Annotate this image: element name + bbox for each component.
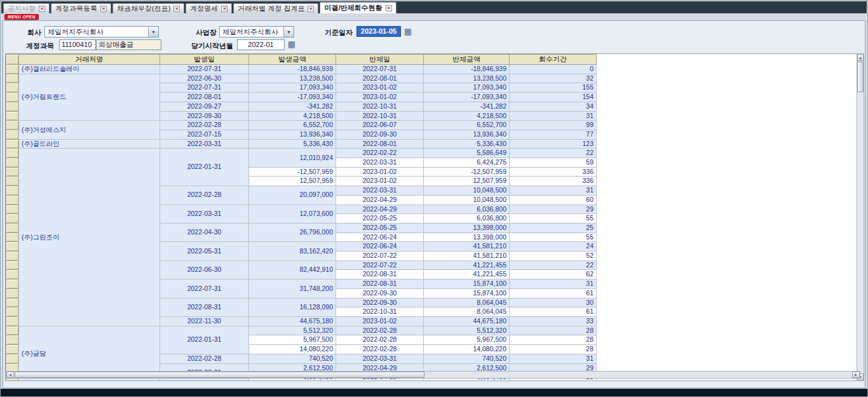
settle-date-cell[interactable]: 2022-09-30: [336, 298, 424, 307]
settle-date-cell[interactable]: 2023-01-02: [336, 93, 424, 102]
tab-close-icon[interactable]: ×: [308, 6, 314, 12]
settle-amount-cell[interactable]: 6,036,800: [424, 205, 510, 214]
row-selector[interactable]: [6, 195, 19, 205]
period-cell[interactable]: 61: [510, 288, 597, 298]
row-selector[interactable]: [6, 260, 19, 270]
horizontal-scroll-thumb[interactable]: [15, 372, 424, 378]
occur-amount-cell[interactable]: 20,097,000: [249, 186, 336, 205]
period-cell[interactable]: 28: [510, 335, 597, 345]
vertical-scroll-thumb[interactable]: [857, 62, 864, 92]
period-cell[interactable]: 52: [510, 252, 597, 261]
occur-date-cell[interactable]: 2022-02-28: [160, 354, 249, 363]
calendar-icon[interactable]: ▦: [287, 39, 296, 49]
row-selector[interactable]: [6, 252, 19, 261]
settle-date-cell[interactable]: 2022-04-29: [336, 195, 424, 205]
occur-amount-cell[interactable]: -17,093,340: [249, 93, 336, 102]
settle-amount-cell[interactable]: 5,336,430: [424, 139, 510, 149]
occur-date-cell[interactable]: 2022-05-31: [160, 242, 249, 260]
settle-amount-cell[interactable]: 44,675,180: [424, 316, 510, 326]
settle-date-cell[interactable]: 2022-02-28: [336, 335, 424, 345]
column-header[interactable]: 회수기간: [510, 55, 597, 65]
occur-amount-cell[interactable]: 17,093,340: [249, 83, 336, 93]
settle-date-cell[interactable]: 2022-06-07: [336, 121, 424, 130]
scroll-left-icon[interactable]: ◄: [6, 372, 14, 378]
occur-date-cell[interactable]: 2022-08-31: [160, 298, 249, 316]
column-header[interactable]: 발생금액: [249, 55, 336, 65]
occur-amount-cell[interactable]: 14,080,220: [249, 345, 336, 354]
occur-date-cell[interactable]: 2022-07-31: [160, 83, 249, 93]
settle-amount-cell[interactable]: 13,936,340: [424, 130, 510, 139]
occur-amount-cell[interactable]: 5,967,500: [249, 335, 336, 345]
row-selector[interactable]: [6, 158, 19, 168]
customer-cell[interactable]: (주)골드라인: [19, 139, 160, 149]
tab-close-icon[interactable]: ×: [173, 6, 180, 12]
vertical-scrollbar[interactable]: ▲ ▼: [857, 53, 864, 381]
settle-date-cell[interactable]: 2023-01-02: [336, 177, 424, 186]
menu-open-button[interactable]: MENU OPEN: [4, 14, 39, 20]
occur-date-cell[interactable]: 2022-06-30: [160, 74, 249, 83]
settle-amount-cell[interactable]: 13,238,500: [424, 74, 510, 83]
settle-amount-cell[interactable]: -341,282: [424, 102, 510, 111]
period-cell[interactable]: 28: [510, 326, 597, 335]
row-selector[interactable]: [6, 167, 19, 177]
occur-amount-cell[interactable]: 12,507,959: [249, 177, 336, 186]
occur-amount-cell[interactable]: 5,512,320: [249, 326, 336, 335]
period-cell[interactable]: 29: [510, 205, 597, 214]
tab-1[interactable]: 공지사항×: [3, 3, 50, 13]
occur-date-cell[interactable]: 2022-08-01: [160, 93, 249, 102]
settle-amount-cell[interactable]: 41,221,455: [424, 260, 510, 270]
settle-date-cell[interactable]: 2022-10-31: [336, 111, 424, 121]
row-selector[interactable]: [6, 307, 19, 317]
row-selector[interactable]: [6, 316, 19, 326]
row-selector[interactable]: [6, 354, 19, 363]
occur-date-cell[interactable]: 2022-11-30: [160, 316, 249, 326]
tab-2[interactable]: 계정과목등록×: [51, 3, 111, 13]
row-selector[interactable]: [6, 149, 19, 158]
row-selector[interactable]: [6, 335, 19, 345]
period-cell[interactable]: 31: [510, 111, 597, 121]
occur-date-cell[interactable]: 2022-04-30: [160, 223, 249, 241]
settle-date-cell[interactable]: 2022-08-31: [336, 279, 424, 289]
occur-date-cell[interactable]: 2022-07-15: [160, 130, 249, 139]
settle-amount-cell[interactable]: 8,064,045: [424, 307, 510, 317]
settle-date-cell[interactable]: 2022-04-29: [336, 205, 424, 214]
settle-amount-cell[interactable]: 12,507,959: [424, 177, 510, 186]
tab-close-icon[interactable]: ×: [221, 6, 227, 12]
period-cell[interactable]: 31: [510, 279, 597, 289]
occur-amount-cell[interactable]: -12,507,959: [249, 167, 336, 177]
occur-amount-cell[interactable]: 13,238,500: [249, 74, 336, 83]
customer-cell[interactable]: (주)거림트렌드: [19, 74, 160, 121]
occur-amount-cell[interactable]: 44,675,180: [249, 316, 336, 326]
settle-amount-cell[interactable]: 13,398,000: [424, 232, 510, 242]
occur-date-cell[interactable]: 2022-07-31: [160, 279, 249, 298]
settle-date-cell[interactable]: 2022-07-22: [336, 252, 424, 261]
settle-date-cell[interactable]: 2022-08-01: [336, 139, 424, 149]
period-cell[interactable]: 336: [510, 177, 597, 186]
calendar-icon[interactable]: ▦: [403, 27, 412, 36]
row-selector[interactable]: [6, 83, 19, 93]
settle-amount-cell[interactable]: 13,398,000: [424, 223, 510, 232]
settle-date-cell[interactable]: 2022-02-28: [336, 345, 424, 354]
settle-amount-cell[interactable]: 10,048,500: [424, 195, 510, 205]
period-cell[interactable]: 62: [510, 270, 597, 279]
period-cell[interactable]: 28: [510, 345, 597, 354]
occur-amount-cell[interactable]: 13,936,340: [249, 130, 336, 139]
tab-close-icon[interactable]: ×: [386, 5, 392, 11]
row-selector[interactable]: [6, 74, 19, 83]
period-cell[interactable]: 55: [510, 232, 597, 242]
settle-amount-cell[interactable]: 41,581,210: [424, 252, 510, 261]
column-header[interactable]: 발생일: [160, 55, 249, 65]
settle-amount-cell[interactable]: 4,218,500: [424, 111, 510, 121]
settle-date-cell[interactable]: 2023-01-02: [336, 83, 424, 93]
tab-4[interactable]: 계정명세×: [186, 3, 232, 13]
settle-date-cell[interactable]: 2022-02-22: [336, 149, 424, 158]
occur-date-cell[interactable]: 2022-07-31: [160, 65, 249, 74]
occur-amount-cell[interactable]: 740,520: [249, 354, 336, 363]
period-cell[interactable]: 123: [510, 139, 597, 149]
occur-amount-cell[interactable]: 4,218,500: [249, 111, 336, 121]
occur-amount-cell[interactable]: 31,748,200: [249, 279, 336, 298]
settle-date-cell[interactable]: 2023-01-02: [336, 167, 424, 177]
period-cell[interactable]: 24: [510, 242, 597, 252]
tab-close-icon[interactable]: ×: [100, 6, 107, 12]
row-selector[interactable]: [6, 205, 19, 214]
